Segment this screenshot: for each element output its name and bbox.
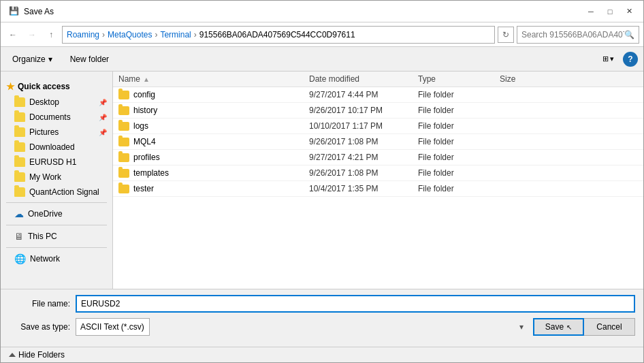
filetype-select[interactable]: ASCII Text (*.csv) — [76, 318, 150, 336]
folder-icon — [14, 187, 25, 197]
organize-button[interactable]: Organize ▾ — [6, 52, 59, 67]
cloud-icon: ☁ — [14, 208, 24, 219]
hide-folders-button[interactable]: Hide Folders — [9, 350, 65, 360]
folder-icon — [14, 157, 25, 167]
column-name[interactable]: Name ▲ — [118, 74, 309, 84]
file-name: tester — [133, 184, 154, 193]
file-rows-container: config 9/27/2017 4:44 PM File folder his… — [113, 87, 643, 197]
sidebar-item-network[interactable]: 🌐 Network — [1, 251, 112, 267]
sidebar-item-eurusd[interactable]: EURUSD H1 — [1, 155, 112, 170]
table-row[interactable]: logs 10/10/2017 1:17 PM File folder — [113, 119, 643, 134]
file-name-cell: templates — [118, 168, 309, 178]
pin-icon: 📌 — [99, 99, 107, 106]
computer-icon: 🖥 — [14, 231, 24, 242]
column-type[interactable]: Type — [418, 74, 500, 84]
file-date: 9/26/2017 10:17 PM — [309, 106, 418, 115]
file-type: File folder — [418, 168, 500, 178]
table-row[interactable]: config 9/27/2017 4:44 PM File folder — [113, 87, 643, 103]
dialog-icon: 💾 — [9, 6, 20, 17]
sidebar-item-mywork[interactable]: My Work — [1, 170, 112, 185]
pin-icon: 📌 — [99, 129, 107, 136]
file-name-cell: profiles — [118, 153, 309, 162]
file-name: config — [133, 90, 155, 99]
sidebar-item-label: OneDrive — [28, 209, 63, 219]
column-date[interactable]: Date modified — [309, 74, 418, 84]
window-controls: ─ □ ✕ — [582, 5, 638, 18]
sidebar-item-downloaded[interactable]: Downloaded — [1, 140, 112, 155]
sort-arrow-icon: ▲ — [143, 76, 150, 83]
sidebar-item-label: Pictures — [29, 127, 59, 137]
filetype-row: Save as type: ASCII Text (*.csv) Save ↖ … — [9, 318, 635, 336]
maximize-button[interactable]: □ — [601, 5, 619, 18]
table-row[interactable]: history 9/26/2017 10:17 PM File folder — [113, 103, 643, 119]
sidebar-item-documents[interactable]: Documents 📌 — [1, 110, 112, 125]
table-row[interactable]: profiles 9/27/2017 4:21 PM File folder — [113, 150, 643, 165]
file-date: 9/27/2017 4:21 PM — [309, 153, 418, 162]
sidebar-item-label: Desktop — [29, 97, 59, 107]
save-label: Save — [545, 322, 564, 332]
folder-icon — [14, 127, 25, 137]
sidebar-item-thispc[interactable]: 🖥 This PC — [1, 228, 112, 244]
sidebar-item-onedrive[interactable]: ☁ OneDrive — [1, 206, 112, 222]
column-size-label: Size — [500, 74, 515, 84]
hide-folders-label: Hide Folders — [18, 350, 65, 360]
file-date: 9/26/2017 1:08 PM — [309, 137, 418, 146]
sidebar-item-label: Downloaded — [29, 142, 75, 152]
table-row[interactable]: templates 9/26/2017 1:08 PM File folder — [113, 165, 643, 181]
hide-folders-icon — [9, 353, 16, 357]
breadcrumb-item-roaming[interactable]: Roaming — [67, 30, 99, 40]
back-button[interactable]: ← — [5, 27, 21, 43]
sidebar-item-pictures[interactable]: Pictures 📌 — [1, 125, 112, 140]
view-button[interactable]: ⊞ ▾ — [599, 52, 617, 65]
save-button[interactable]: Save ↖ — [533, 318, 584, 336]
pin-icon: 📌 — [99, 114, 107, 121]
file-type: File folder — [418, 90, 500, 99]
new-folder-button[interactable]: New folder — [64, 52, 115, 67]
search-icon: 🔍 — [624, 30, 634, 40]
help-button[interactable]: ? — [623, 52, 638, 67]
title-bar: 💾 Save As ─ □ ✕ — [1, 1, 643, 22]
sidebar-divider-3 — [6, 247, 107, 248]
column-size[interactable]: Size — [500, 74, 554, 84]
file-name-cell: config — [118, 90, 309, 99]
filename-input[interactable] — [76, 295, 635, 313]
file-name: profiles — [133, 153, 160, 162]
main-content: ★ Quick access Desktop 📌 Documents 📌 Pic… — [1, 72, 643, 289]
cancel-button[interactable]: Cancel — [584, 318, 635, 336]
forward-button[interactable]: → — [24, 27, 40, 43]
folder-icon — [118, 106, 129, 115]
sidebar-item-label: Network — [30, 254, 60, 264]
filetype-select-wrapper: ASCII Text (*.csv) — [76, 318, 528, 336]
breadcrumb-item-terminal[interactable]: Terminal — [160, 30, 191, 40]
search-input[interactable] — [521, 30, 624, 40]
column-date-label: Date modified — [309, 74, 359, 84]
folder-icon — [14, 97, 25, 107]
filename-label: File name: — [9, 299, 70, 309]
search-box[interactable]: 🔍 — [517, 26, 639, 44]
sidebar-item-quantaction[interactable]: QuantAction Signal — [1, 185, 112, 200]
dialog-title: Save As — [24, 7, 582, 16]
file-date: 10/4/2017 1:35 PM — [309, 184, 418, 193]
minimize-button[interactable]: ─ — [582, 5, 600, 18]
up-button[interactable]: ↑ — [43, 27, 59, 43]
table-row[interactable]: MQL4 9/26/2017 1:08 PM File folder — [113, 134, 643, 150]
file-name-cell: MQL4 — [118, 137, 309, 146]
filename-row: File name: — [9, 295, 635, 313]
star-icon: ★ — [6, 81, 15, 92]
address-bar: ← → ↑ Roaming › MetaQuotes › Terminal › … — [1, 22, 643, 47]
breadcrumb-item-current: 915566BA06ADA407569C544CC0D97611 — [199, 30, 355, 40]
folder-icon — [14, 142, 25, 152]
table-row[interactable]: tester 10/4/2017 1:35 PM File folder — [113, 181, 643, 197]
folder-icon — [118, 138, 129, 146]
view-chevron-icon: ▾ — [610, 54, 614, 63]
breadcrumb-item-metaquotes[interactable]: MetaQuotes — [108, 30, 152, 40]
refresh-button[interactable]: ↻ — [498, 27, 514, 43]
file-type: File folder — [418, 106, 500, 115]
file-type: File folder — [418, 153, 500, 162]
sidebar-item-desktop[interactable]: Desktop 📌 — [1, 95, 112, 110]
close-button[interactable]: ✕ — [620, 5, 638, 18]
sidebar-item-label: EURUSD H1 — [29, 157, 76, 167]
folder-icon — [118, 169, 129, 178]
sidebar-item-label: My Work — [29, 172, 61, 182]
breadcrumb[interactable]: Roaming › MetaQuotes › Terminal › 915566… — [62, 26, 495, 44]
